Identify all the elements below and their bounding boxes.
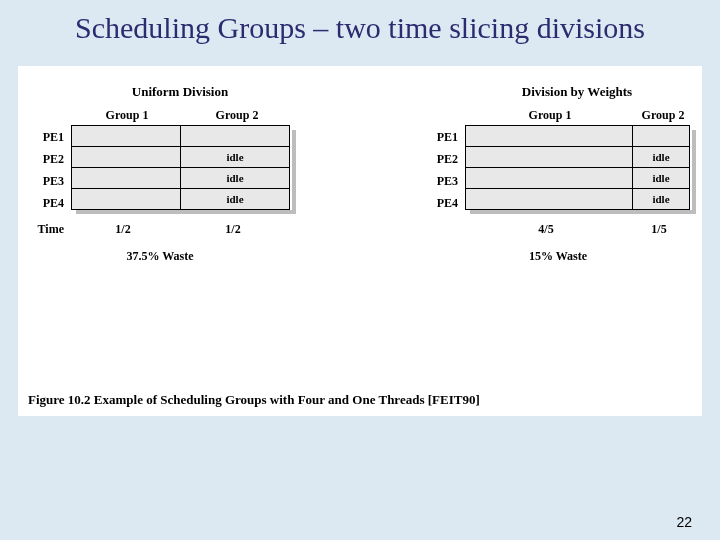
cell (465, 188, 633, 210)
pe-label: PE1 (424, 126, 462, 148)
uniform-grid: idle idle idle (72, 126, 292, 210)
uniform-time-row: Time 1/2 1/2 (28, 222, 292, 237)
weighted-grid: idle idle idle (466, 126, 692, 210)
cell (71, 146, 181, 168)
pe-label: PE3 (424, 170, 462, 192)
pe-label: PE1 (28, 126, 68, 148)
time-value: 1/2 (68, 222, 178, 237)
pe-label: PE4 (424, 192, 462, 214)
slide-title: Scheduling Groups – two time slicing div… (0, 0, 720, 54)
group-header: Group 1 (466, 108, 634, 126)
pe-label: PE3 (28, 170, 68, 192)
time-value: 4/5 (462, 222, 630, 237)
uniform-title: Uniform Division (28, 84, 292, 100)
cell (71, 125, 181, 147)
cell: idle (180, 146, 290, 168)
cell: idle (632, 167, 690, 189)
cell (632, 125, 690, 147)
time-value: 1/5 (630, 222, 688, 237)
weighted-title: Division by Weights (424, 84, 692, 100)
group-header: Group 2 (634, 108, 692, 126)
weighted-division-diagram: Division by Weights PE1 PE2 PE3 PE4 Grou… (424, 84, 692, 264)
pe-label: PE2 (28, 148, 68, 170)
page-number: 22 (676, 514, 692, 530)
uniform-col-headers: Group 1 Group 2 (72, 108, 292, 126)
time-value: 1/2 (178, 222, 288, 237)
pe-label: PE2 (424, 148, 462, 170)
figure-area: Uniform Division PE1 PE2 PE3 PE4 Group 1… (18, 66, 702, 416)
weighted-time-row: 4/5 1/5 (424, 222, 692, 237)
weighted-col-headers: Group 1 Group 2 (466, 108, 692, 126)
figure-caption: Figure 10.2 Example of Scheduling Groups… (28, 392, 480, 408)
cell (71, 188, 181, 210)
cell (71, 167, 181, 189)
cell (180, 125, 290, 147)
cell (465, 146, 633, 168)
time-label-spacer (424, 222, 462, 237)
pe-label: PE4 (28, 192, 68, 214)
cell (465, 125, 633, 147)
cell: idle (632, 188, 690, 210)
weighted-row-labels: PE1 PE2 PE3 PE4 (424, 108, 462, 214)
time-label: Time (28, 222, 68, 237)
group-header: Group 2 (182, 108, 292, 126)
cell (465, 167, 633, 189)
group-header: Group 1 (72, 108, 182, 126)
cell: idle (180, 188, 290, 210)
cell: idle (180, 167, 290, 189)
cell: idle (632, 146, 690, 168)
weighted-waste: 15% Waste (424, 249, 692, 264)
uniform-division-diagram: Uniform Division PE1 PE2 PE3 PE4 Group 1… (28, 84, 292, 264)
uniform-waste: 37.5% Waste (28, 249, 292, 264)
uniform-row-labels: PE1 PE2 PE3 PE4 (28, 108, 68, 214)
